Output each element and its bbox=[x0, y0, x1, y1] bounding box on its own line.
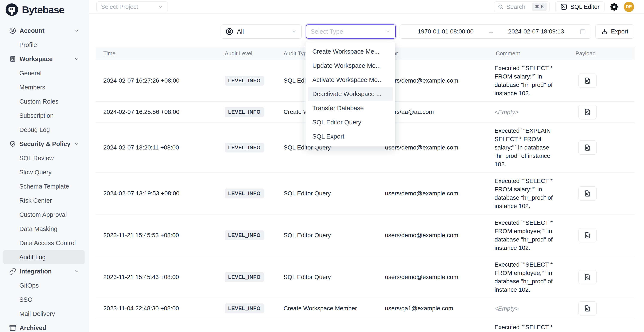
sidebar-item-label: SQL Review bbox=[19, 155, 54, 162]
type-option-deactivate-workspace[interactable]: Deactivate Workspace ... bbox=[308, 87, 393, 101]
search-input[interactable]: Search ⌘ K bbox=[494, 1, 550, 12]
type-option-activate-workspace-me[interactable]: Activate Workspace Me... bbox=[308, 73, 393, 87]
export-button[interactable]: Export bbox=[596, 24, 634, 39]
audit-type-cell: SQL Editor Query bbox=[276, 190, 377, 197]
audit-level-badge: LEVEL_INFO bbox=[225, 230, 264, 240]
audit-level-cell: LEVEL_INFO bbox=[217, 188, 276, 198]
sidebar-item-profile[interactable]: Profile bbox=[3, 38, 85, 52]
audit-level-cell: LEVEL_INFO bbox=[217, 304, 276, 313]
search-shortcut-badge: ⌘ K bbox=[532, 2, 547, 11]
time-cell: 2023-11-21 15:45:43 +08:00 bbox=[96, 274, 217, 281]
payload-view-button[interactable] bbox=[578, 270, 596, 284]
sidebar-item-label: GitOps bbox=[19, 282, 39, 289]
project-select[interactable]: Select Project bbox=[96, 1, 168, 12]
sidebar-item-integration[interactable]: Integration bbox=[3, 264, 85, 278]
sidebar-item-gitops[interactable]: GitOps bbox=[3, 278, 85, 293]
payload-view-button[interactable] bbox=[578, 74, 596, 88]
sidebar-item-risk-center[interactable]: Risk Center bbox=[3, 193, 85, 208]
sidebar-item-account[interactable]: Account bbox=[3, 24, 85, 38]
building-icon bbox=[9, 55, 16, 63]
time-cell: 2023-11-04 22:48:30 +08:00 bbox=[96, 305, 217, 312]
audit-level-cell: LEVEL_INFO bbox=[217, 143, 276, 153]
type-option-sql-editor-query[interactable]: SQL Editor Query bbox=[308, 115, 393, 129]
sidebar-item-members[interactable]: Members bbox=[3, 80, 85, 94]
payload-view-button[interactable] bbox=[578, 228, 596, 242]
table-row: 2024-02-07 13:19:53 +08:00LEVEL_INFOSQL … bbox=[96, 173, 634, 214]
sidebar-item-debug-log[interactable]: Debug Log bbox=[3, 123, 85, 137]
payload-view-button[interactable] bbox=[578, 186, 596, 200]
table-row: 2023-11-04 22:48:30 +08:00LEVEL_INFOCrea… bbox=[96, 298, 634, 319]
file-search-icon bbox=[584, 231, 591, 239]
audit-type-cell: Create Workspace Member bbox=[276, 305, 377, 312]
audit-level-badge: LEVEL_INFO bbox=[225, 107, 264, 117]
terminal-icon bbox=[560, 3, 567, 10]
sidebar-item-label: Account bbox=[20, 27, 44, 34]
bytebase-logo-icon bbox=[6, 3, 18, 16]
sidebar-item-label: Security & Policy bbox=[20, 141, 70, 148]
type-option-sql-export[interactable]: SQL Export bbox=[308, 129, 393, 144]
chevron-down-icon bbox=[385, 28, 391, 34]
table-row: 2023-11-21 15:45:53 +08:00LEVEL_INFOSQL … bbox=[96, 214, 634, 256]
time-cell: 2024-02-07 13:19:53 +08:00 bbox=[96, 190, 217, 197]
payload-view-button[interactable] bbox=[578, 301, 596, 316]
bytebase-logo[interactable]: Bytebase bbox=[0, 0, 89, 16]
sidebar-item-label: Custom Approval bbox=[19, 211, 67, 218]
user-circle-icon bbox=[9, 27, 16, 34]
payload-cell bbox=[568, 270, 632, 284]
sidebar-item-audit-log[interactable]: Audit Log bbox=[3, 250, 85, 264]
project-select-placeholder: Select Project bbox=[101, 3, 138, 10]
sidebar-item-sso[interactable]: SSO bbox=[3, 293, 85, 307]
type-option-transfer-database[interactable]: Transfer Database bbox=[308, 101, 393, 115]
sidebar-item-label: Members bbox=[19, 84, 45, 91]
type-dropdown-menu: Create Workspace Me...Update Workspace M… bbox=[306, 41, 395, 147]
sidebar-item-custom-roles[interactable]: Custom Roles bbox=[3, 94, 85, 109]
type-option-update-workspace-me[interactable]: Update Workspace Me... bbox=[308, 59, 393, 73]
sidebar-item-mail-delivery[interactable]: Mail Delivery bbox=[3, 307, 85, 321]
sidebar-item-sql-review[interactable]: SQL Review bbox=[3, 151, 85, 165]
sidebar-item-label: Custom Roles bbox=[19, 98, 58, 105]
date-from-value: 1970-01-01 08:00:00 bbox=[405, 28, 486, 35]
actor-cell: users/qa1@example.com bbox=[377, 305, 488, 312]
actor-filter-value: All bbox=[237, 28, 244, 35]
avatar[interactable]: DE bbox=[624, 2, 634, 12]
chevron-down-icon bbox=[158, 4, 163, 10]
actor-filter-select[interactable]: All bbox=[221, 24, 302, 39]
chevron-down-icon bbox=[74, 28, 80, 33]
payload-cell bbox=[568, 301, 632, 316]
sidebar-item-archived[interactable]: Archived bbox=[3, 321, 85, 332]
gear-icon[interactable] bbox=[610, 3, 618, 11]
chevron-down-icon bbox=[74, 269, 80, 274]
payload-view-button[interactable] bbox=[578, 141, 596, 155]
sidebar-item-slow-query[interactable]: Slow Query bbox=[3, 165, 85, 179]
type-option-create-workspace-me[interactable]: Create Workspace Me... bbox=[308, 44, 393, 59]
sidebar-item-schema-template[interactable]: Schema Template bbox=[3, 179, 85, 193]
sidebar-item-security-policy[interactable]: Security & Policy bbox=[3, 137, 85, 151]
actor-cell: users/demo@example.com bbox=[377, 232, 488, 239]
payload-view-button[interactable] bbox=[578, 105, 596, 119]
audit-level-badge: LEVEL_INFO bbox=[225, 304, 264, 313]
sidebar-item-custom-approval[interactable]: Custom Approval bbox=[3, 208, 85, 222]
sidebar-item-data-access-control[interactable]: Data Access Control bbox=[3, 236, 85, 250]
file-search-icon bbox=[584, 305, 591, 312]
chevron-down-icon bbox=[74, 141, 80, 147]
bytebase-app: Bytebase AccountProfileWorkspaceGeneralM… bbox=[0, 0, 644, 332]
comment-cell: Executed `"SELECT * FROM salary;"` in da… bbox=[488, 173, 568, 214]
sidebar-item-label: Schema Template bbox=[19, 183, 69, 190]
actor-cell: users/demo@example.com bbox=[377, 190, 488, 197]
date-range-picker[interactable]: 1970-01-01 08:00:00 → 2024-02-07 18:09:1… bbox=[400, 24, 591, 39]
sidebar-item-label: Data Masking bbox=[19, 225, 57, 232]
actor-cell: users/demo@example.com bbox=[377, 274, 488, 281]
sql-editor-button[interactable]: SQL Editor bbox=[555, 1, 604, 12]
sidebar-item-workspace[interactable]: Workspace bbox=[3, 52, 85, 66]
sidebar-item-general[interactable]: General bbox=[3, 66, 85, 80]
sidebar-item-label: Subscription bbox=[19, 112, 54, 119]
sidebar-item-label: Archived bbox=[20, 325, 46, 332]
type-filter-select[interactable]: Select Type bbox=[306, 24, 396, 39]
comment-cell: <Empty> bbox=[488, 300, 568, 317]
topbar: Select Project Search ⌘ K SQL bbox=[89, 0, 644, 14]
filter-bar: All Select Type 1970-01-01 08:00:00 → 20… bbox=[89, 14, 644, 39]
payload-cell bbox=[568, 186, 632, 200]
export-label: Export bbox=[611, 28, 628, 35]
sidebar-item-subscription[interactable]: Subscription bbox=[3, 109, 85, 123]
sidebar-item-data-masking[interactable]: Data Masking bbox=[3, 222, 85, 236]
